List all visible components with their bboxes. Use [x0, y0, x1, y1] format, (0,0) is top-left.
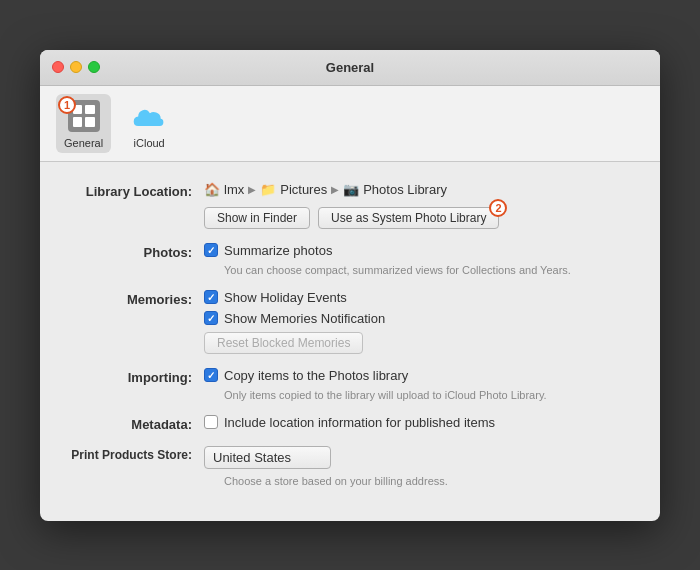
arrow-2: ▶ [331, 184, 339, 195]
notification-checkbox[interactable] [204, 311, 218, 325]
titlebar: General [40, 50, 660, 86]
pictures-icon: 📁 [260, 182, 276, 197]
home-label: lmx [224, 182, 244, 197]
library-location-label: Library Location: [64, 182, 204, 199]
photos-label: Photos: [64, 243, 204, 260]
location-row: Include location information for publish… [204, 415, 636, 430]
summarize-label: Summarize photos [224, 243, 332, 258]
tab-icloud[interactable]: iCloud [123, 94, 175, 153]
minimize-button[interactable] [70, 61, 82, 73]
memories-content: Show Holiday Events Show Memories Notifi… [204, 290, 636, 354]
photos-library-icon: 📷 [343, 182, 359, 197]
pictures-label: Pictures [280, 182, 327, 197]
holiday-row: Show Holiday Events [204, 290, 636, 305]
location-checkbox[interactable] [204, 415, 218, 429]
path-row: 🏠 lmx ▶ 📁 Pictures ▶ 📷 Photos Library [204, 182, 636, 197]
tab-general[interactable]: 1 General [56, 94, 111, 153]
holiday-label: Show Holiday Events [224, 290, 347, 305]
importing-label: Importing: [64, 368, 204, 385]
arrow-1: ▶ [248, 184, 256, 195]
holiday-checkbox[interactable] [204, 290, 218, 304]
print-products-label: Print Products Store: [64, 446, 204, 462]
settings-content: Library Location: 🏠 lmx ▶ 📁 Pictures ▶ 📷… [40, 162, 660, 521]
memories-label: Memories: [64, 290, 204, 307]
main-window: General 1 General iCloud Library Locati [40, 50, 660, 521]
show-in-finder-button[interactable]: Show in Finder [204, 207, 310, 229]
summarize-checkbox[interactable] [204, 243, 218, 257]
store-select-wrapper: United States Canada United Kingdom Aust… [204, 446, 331, 469]
photos-library-label: Photos Library [363, 182, 447, 197]
store-hint: Choose a store based on your billing add… [224, 475, 636, 487]
notification-label: Show Memories Notification [224, 311, 385, 326]
reset-blocked-memories-button: Reset Blocked Memories [204, 332, 363, 354]
metadata-row: Metadata: Include location information f… [64, 415, 636, 432]
maximize-button[interactable] [88, 61, 100, 73]
location-buttons: Show in Finder Use as System Photo Libra… [204, 207, 636, 229]
library-location-row: Library Location: 🏠 lmx ▶ 📁 Pictures ▶ 📷… [64, 182, 636, 229]
close-button[interactable] [52, 61, 64, 73]
summarize-row: Summarize photos [204, 243, 636, 258]
copy-items-label: Copy items to the Photos library [224, 368, 408, 383]
notification-row: Show Memories Notification [204, 311, 636, 326]
library-location-content: 🏠 lmx ▶ 📁 Pictures ▶ 📷 Photos Library Sh… [204, 182, 636, 229]
icloud-icon [131, 98, 167, 134]
photos-hint: You can choose compact, summarized views… [224, 264, 636, 276]
importing-hint: Only items copied to the library will up… [224, 389, 636, 401]
importing-row: Importing: Copy items to the Photos libr… [64, 368, 636, 401]
window-title: General [326, 60, 374, 75]
photos-row: Photos: Summarize photos You can choose … [64, 243, 636, 276]
importing-content: Copy items to the Photos library Only it… [204, 368, 636, 401]
general-badge: 1 [58, 96, 76, 114]
copy-items-row: Copy items to the Photos library [204, 368, 636, 383]
store-select-row: United States Canada United Kingdom Aust… [204, 446, 636, 469]
use-system-badge: 2 [489, 199, 507, 217]
metadata-label: Metadata: [64, 415, 204, 432]
print-products-content: United States Canada United Kingdom Aust… [204, 446, 636, 487]
toolbar: 1 General iCloud [40, 86, 660, 162]
print-products-row: Print Products Store: United States Cana… [64, 446, 636, 487]
store-select[interactable]: United States Canada United Kingdom Aust… [204, 446, 331, 469]
location-label: Include location information for publish… [224, 415, 495, 430]
use-system-photo-library-button[interactable]: Use as System Photo Library [318, 207, 499, 229]
tab-icloud-label: iCloud [134, 137, 165, 149]
memories-row: Memories: Show Holiday Events Show Memor… [64, 290, 636, 354]
tab-general-label: General [64, 137, 103, 149]
traffic-lights [52, 61, 100, 73]
metadata-content: Include location information for publish… [204, 415, 636, 430]
copy-items-checkbox[interactable] [204, 368, 218, 382]
photos-content: Summarize photos You can choose compact,… [204, 243, 636, 276]
home-icon: 🏠 [204, 182, 220, 197]
use-system-container: Use as System Photo Library 2 [318, 207, 499, 229]
